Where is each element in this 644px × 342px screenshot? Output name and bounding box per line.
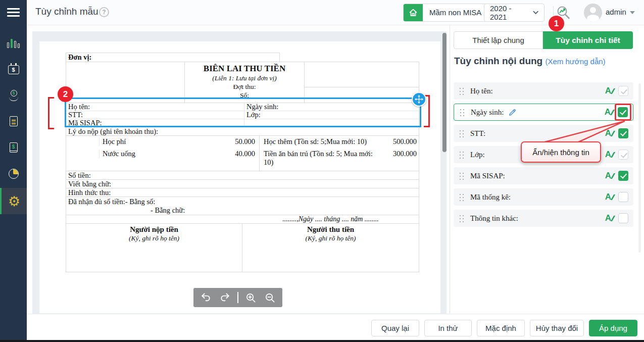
- zoom-out-icon[interactable]: [263, 291, 276, 304]
- edit-pencil-icon[interactable]: [508, 108, 517, 117]
- visibility-checkbox[interactable]: [618, 150, 628, 160]
- visibility-checkbox[interactable]: [618, 213, 628, 223]
- field-class: Lớp:: [244, 111, 419, 119]
- received-block: Đã nhận đủ số tiền:- Bằng số: - Bằng chữ…: [66, 197, 419, 215]
- field-name: Họ tên:: [66, 103, 244, 111]
- sidebar-item-reports[interactable]: [0, 163, 27, 185]
- hamburger-menu-icon[interactable]: [7, 8, 20, 17]
- font-style-icon[interactable]: A: [605, 171, 614, 181]
- help-icon[interactable]: ?: [99, 7, 109, 17]
- default-button[interactable]: Mặc định: [477, 320, 525, 336]
- payer-title: Người nộp tiền: [66, 225, 242, 234]
- field-row-ho-ten[interactable]: Họ tên: A: [454, 82, 633, 100]
- fee-table: Học phí 50.000 Nước uống 40.000 Học thêm…: [66, 135, 419, 171]
- back-button[interactable]: Quay lại: [371, 320, 419, 336]
- received-line1: Đã nhận đủ số tiền:- Bằng số:: [68, 198, 417, 206]
- visibility-checkbox[interactable]: [618, 86, 628, 96]
- sidebar-item-fees[interactable]: $: [0, 59, 27, 81]
- drag-handle-icon[interactable]: [459, 151, 464, 159]
- fee-name: Học thêm (Tồn sd: 5;Mua mới: 10): [260, 137, 378, 146]
- fee-amount: 300.000: [378, 150, 419, 158]
- sidebar-item-settings[interactable]: ⚙: [0, 188, 27, 214]
- font-style-icon[interactable]: A: [605, 107, 613, 117]
- show-hide-tooltip: Ẩn/hiện thông tin: [521, 141, 601, 163]
- tab-detail-customize[interactable]: Tùy chỉnh chi tiết: [543, 31, 633, 49]
- school-name-label: Mầm non MISA: [423, 4, 488, 21]
- receipt-document: Đơn vị: BIÊN LAI THU TIỀN (Liên 1: Lưu t…: [66, 53, 419, 272]
- collector-title: Người thu tiền: [242, 225, 419, 234]
- tab-general-settings[interactable]: Thiết lập chung: [454, 31, 543, 49]
- fee-amount: 40.000: [220, 150, 259, 158]
- receipt-title: BIÊN LAI THU TIỀN: [185, 63, 304, 74]
- panel-tabs: Thiết lập chung Tùy chỉnh chi tiết: [454, 31, 633, 49]
- student-info-block[interactable]: Họ tên: Ngày sinh: STT: Lớp: Mã SISAP:: [66, 103, 419, 127]
- calendar-dollar-icon: $: [8, 65, 19, 74]
- field-row-ma-sisap[interactable]: Mã SISAP: A: [454, 167, 633, 184]
- field-stt: STT:: [66, 111, 244, 119]
- discard-changes-button[interactable]: Hủy thay đổi: [530, 320, 584, 336]
- receipt-copy-note: (Liên 1: Lưu tại đơn vị): [185, 74, 304, 82]
- fee-amount: 500.000: [378, 137, 419, 146]
- sidebar-item-documents[interactable]: [0, 110, 27, 132]
- chevron-down-icon: [533, 11, 538, 15]
- sidebar-item-collection[interactable]: $: [0, 84, 27, 106]
- drag-handle-icon[interactable]: [459, 129, 464, 137]
- in-words-label: Viết bằng chữ:: [66, 179, 419, 188]
- selection-bracket-left: [48, 97, 53, 129]
- user-avatar[interactable]: [584, 4, 602, 22]
- method-label: Hình thức thu:: [66, 188, 419, 197]
- page-title: Tùy chỉnh mẫu: [35, 6, 98, 17]
- undo-icon[interactable]: [200, 291, 213, 304]
- apply-button[interactable]: Áp dụng: [589, 320, 637, 336]
- school-button[interactable]: Mầm non MISA: [403, 4, 488, 22]
- home-icon: [404, 4, 423, 21]
- username-label: admin: [606, 8, 626, 16]
- footer-bar: Quay lại In thử Mặc định Hủy thay đổi Áp…: [27, 314, 644, 340]
- hand-coin-icon: $: [8, 89, 19, 101]
- visibility-checkbox[interactable]: [618, 192, 628, 202]
- font-style-icon[interactable]: A: [605, 213, 614, 223]
- sidebar-item-dashboard[interactable]: [0, 32, 27, 55]
- fee-amount: 50.000: [220, 137, 259, 146]
- field-dob: Ngày sinh:: [244, 103, 419, 111]
- zoom-in-icon[interactable]: [244, 291, 258, 304]
- checkbox-highlight-box: [615, 104, 631, 121]
- drag-handle-icon[interactable]: [459, 172, 464, 180]
- amount-label: Số tiền:: [66, 171, 419, 180]
- cash-book-icon: $: [10, 142, 18, 153]
- payer-note: (Ký, ghi rõ họ tên): [66, 234, 242, 242]
- document-icon: [10, 116, 18, 126]
- drag-handle-icon[interactable]: [459, 87, 464, 95]
- fee-name: Học phí: [99, 137, 220, 146]
- school-year-dropdown[interactable]: 2020 - 2021: [484, 4, 544, 22]
- customize-panel: Thiết lập chung Tùy chỉnh chi tiết Tùy c…: [450, 25, 644, 316]
- font-style-icon[interactable]: A: [605, 86, 614, 96]
- guide-link[interactable]: (Xem hướng dẫn): [545, 57, 605, 66]
- drag-handle-icon[interactable]: [459, 193, 464, 201]
- redo-icon[interactable]: [219, 291, 232, 304]
- user-menu-chevron-icon[interactable]: [630, 11, 635, 14]
- receipt-page: Đơn vị: BIÊN LAI THU TIỀN (Liên 1: Lưu t…: [39, 41, 440, 313]
- field-row-ma-thong-ke[interactable]: Mã thống kê: A: [454, 188, 633, 206]
- test-print-button[interactable]: In thử: [424, 320, 472, 336]
- field-row-ngay-sinh[interactable]: Ngày sinh: A: [454, 104, 633, 121]
- panel-scrollbar[interactable]: [638, 83, 641, 253]
- app-window: $ $ $ ⚙ Tùy chỉnh mẫu ? Mầm non MISA 202…: [0, 0, 644, 342]
- date-row: ........,Ngày .... tháng .... năm ......…: [66, 215, 419, 224]
- drag-handle-icon[interactable]: [459, 214, 464, 222]
- font-style-icon[interactable]: A: [605, 150, 614, 160]
- sidebar-item-cashbook[interactable]: $: [0, 136, 27, 159]
- canvas-scrollbar[interactable]: [442, 33, 447, 152]
- drag-handle-icon[interactable]: [459, 108, 465, 116]
- fee-name: Nước uống: [99, 150, 220, 158]
- field-sisap: Mã SISAP:: [66, 119, 244, 127]
- school-year-value: 2020 - 2021: [490, 4, 528, 21]
- visibility-checkbox[interactable]: [618, 171, 628, 181]
- field-row-thong-tin-khac[interactable]: Thông tin khác: A: [454, 210, 633, 227]
- sidebar: $ $ $ ⚙: [0, 0, 27, 340]
- canvas-toolbar: [193, 288, 282, 307]
- fee-name: Tiền ăn bán trú (Tồn sd: 5; Mua mới: 10): [260, 150, 378, 167]
- move-handle-icon[interactable]: [412, 92, 426, 107]
- bar-chart-icon: [7, 39, 20, 48]
- font-style-icon[interactable]: A: [605, 192, 614, 202]
